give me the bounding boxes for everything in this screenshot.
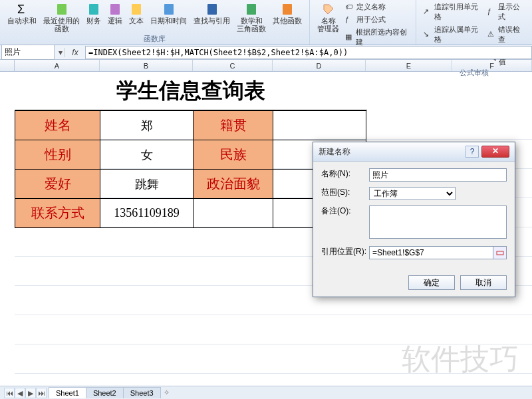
name-box-dropdown[interactable]: ▾ (56, 48, 65, 57)
label-name-field: 名称(N): (321, 168, 369, 180)
trace-precedents-button[interactable]: ↗追踪引用单元格 (422, 1, 483, 23)
more-label: 其他函数 (273, 17, 302, 25)
name-input[interactable] (369, 168, 507, 182)
grid-small-icon: ▦ (345, 33, 354, 42)
svg-rect-6 (207, 4, 217, 15)
text-button[interactable]: 文本 (127, 1, 146, 34)
ribbon: Σ 自动求和 最近使用的 函数 财务 逻辑 文本 日期和时间 (0, 0, 532, 45)
tab-sheet2[interactable]: Sheet2 (86, 387, 124, 398)
col-header-f[interactable]: F (452, 60, 532, 71)
book-yellow-icon (130, 3, 143, 16)
math-label: 数学和 三角函数 (237, 17, 266, 33)
label-politics[interactable]: 政治面貌 (194, 170, 273, 199)
comment-textarea[interactable] (369, 205, 507, 239)
name-mgr-label: 名称 管理器 (317, 17, 339, 33)
fx-show-icon: ƒ (487, 7, 496, 17)
table-row: 姓名 郑 籍贯 (15, 111, 366, 140)
define-name-button[interactable]: 🏷定义名称 (344, 1, 410, 13)
show-formulas-button[interactable]: ƒ显示公式 (486, 1, 527, 23)
svg-rect-2 (89, 4, 98, 15)
value-hobby[interactable]: 跳舞 (100, 170, 194, 199)
ribbon-group-formula-auditing: ↗追踪引用单元格 ↘追踪从属单元格 ✕移去箭头 ƒ显示公式 ⚠错误检查 🔍公式求… (416, 0, 532, 45)
svg-rect-8 (283, 4, 292, 15)
financial-label: 财务 (86, 17, 101, 25)
label-scope-field: 范围(S): (321, 187, 369, 198)
value-native[interactable] (273, 111, 366, 140)
formula-bar: 照片 ▾ fx =INDEX(Sheet2!$H:$H,MATCH(Sheet2… (0, 45, 532, 60)
ribbon-group-function-library: Σ 自动求和 最近使用的 函数 财务 逻辑 文本 日期和时间 (0, 0, 310, 45)
autosum-button[interactable]: Σ 自动求和 (5, 1, 39, 34)
col-header-e[interactable]: E (366, 60, 452, 71)
svg-rect-5 (164, 4, 174, 15)
cancel-button[interactable]: 取消 (460, 275, 507, 290)
use-in-formula-button[interactable]: ƒ用于公式 (344, 14, 410, 25)
group-label-functions: 函数库 (144, 34, 166, 44)
value-name[interactable]: 郑 (100, 111, 194, 140)
dialog-help-button[interactable]: ? (466, 146, 479, 158)
financial-button[interactable]: 财务 (84, 1, 103, 34)
datetime-label: 日期和时间 (150, 17, 187, 25)
sigma-icon: Σ (15, 3, 29, 16)
svg-rect-1 (57, 4, 66, 15)
label-hobby[interactable]: 爱好 (15, 170, 100, 199)
value-contact[interactable]: 13561109189 (100, 199, 194, 228)
fx-small-icon: ƒ (345, 15, 354, 25)
value-gender[interactable]: 女 (100, 140, 194, 170)
trace-dependents-button[interactable]: ↘追踪从属单元格 (422, 24, 483, 45)
logical-button[interactable]: 逻辑 (106, 1, 124, 34)
tab-sheet1[interactable]: Sheet1 (49, 387, 86, 398)
name-box[interactable]: 照片 (1, 45, 55, 60)
label-name[interactable]: 姓名 (15, 111, 100, 140)
scope-select[interactable]: 工作簿 (369, 187, 456, 200)
warning-icon: ⚠ (487, 30, 496, 39)
label-contact[interactable]: 联系方式 (15, 199, 100, 228)
col-header-a[interactable]: A (15, 60, 100, 71)
tab-nav-last[interactable]: ⏭ (36, 388, 47, 398)
dialog-close-button[interactable]: ✕ (481, 146, 509, 158)
lookup-button[interactable]: 查找与引用 (192, 1, 232, 34)
text-label: 文本 (129, 17, 144, 25)
refers-to-input[interactable] (369, 246, 493, 259)
name-manager-button[interactable]: 名称 管理器 (315, 1, 341, 48)
label-comment-field: 备注(O): (321, 205, 369, 217)
arrow-out-icon: ↘ (423, 30, 432, 39)
tab-sheet3[interactable]: Sheet3 (123, 387, 161, 398)
select-all-corner[interactable] (0, 60, 15, 71)
insert-function-button[interactable]: fx (65, 48, 85, 57)
svg-text:Σ: Σ (17, 3, 25, 16)
col-header-b[interactable]: B (100, 60, 193, 71)
cell-empty[interactable] (194, 199, 273, 228)
new-name-dialog: 新建名称 ? ✕ 名称(N): 范围(S): 工作簿 备注(O): 引用位置(R… (313, 142, 515, 297)
sheet-title[interactable]: 学生信息查询表 (15, 72, 367, 110)
error-checking-button[interactable]: ⚠错误检查 (486, 24, 527, 45)
label-ethnic[interactable]: 民族 (194, 140, 273, 170)
tab-nav-first[interactable]: ⏮ (4, 388, 15, 398)
svg-rect-7 (247, 4, 256, 15)
dialog-title: 新建名称 (319, 146, 466, 158)
tag-small-icon: 🏷 (345, 3, 354, 12)
svg-rect-4 (132, 4, 141, 15)
logical-label: 逻辑 (108, 17, 122, 25)
book-blue-icon (162, 3, 176, 16)
create-from-selection-button[interactable]: ▦根据所选内容创建 (344, 27, 410, 48)
col-header-c[interactable]: C (193, 60, 273, 71)
ok-button[interactable]: 确定 (408, 275, 455, 290)
tab-nav-next[interactable]: ▶ (25, 388, 36, 398)
dialog-titlebar[interactable]: 新建名称 ? ✕ (313, 142, 515, 162)
tab-nav-prev[interactable]: ◀ (15, 388, 25, 398)
book-green-icon (55, 3, 68, 16)
recent-functions-button[interactable]: 最近使用的 函数 (41, 1, 82, 34)
formula-input[interactable]: =INDEX(Sheet2!$H:$H,MATCH(Sheet2!$B$2,Sh… (85, 46, 532, 59)
ribbon-group-defined-names: 名称 管理器 🏷定义名称 ƒ用于公式 ▦根据所选内容创建 定义的名称 (310, 0, 416, 45)
more-functions-button[interactable]: 其他函数 (271, 1, 304, 34)
collapse-dialog-button[interactable] (493, 246, 507, 259)
label-gender[interactable]: 性别 (15, 140, 100, 170)
math-button[interactable]: 数学和 三角函数 (235, 1, 268, 34)
col-header-d[interactable]: D (273, 60, 366, 71)
book-navy-icon (205, 3, 219, 16)
label-native[interactable]: 籍贯 (194, 111, 273, 140)
new-sheet-button[interactable]: ✧ (161, 388, 173, 397)
sheet-tab-bar: ⏮ ◀ ▶ ⏭ Sheet1 Sheet2 Sheet3 ✧ (0, 386, 532, 399)
datetime-button[interactable]: 日期和时间 (148, 1, 189, 34)
book-orange-icon (281, 3, 294, 16)
